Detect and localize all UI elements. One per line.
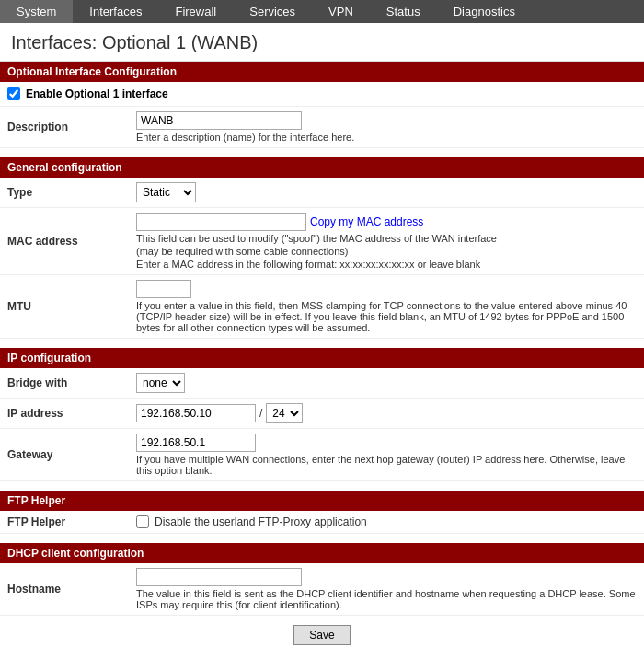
- type-label: Type: [0, 178, 129, 208]
- type-row: Type Static DHCP PPPoE: [0, 178, 644, 208]
- hostname-help: The value in this field is sent as the D…: [136, 588, 637, 610]
- page-title: Interfaces: Optional 1 (WANB): [0, 23, 644, 62]
- mac-help1: This field can be used to modify ("spoof…: [136, 233, 637, 244]
- ip-address-value-cell: / 24 8 16: [129, 399, 644, 429]
- optional-interface-header: Optional Interface Configuration: [0, 62, 644, 82]
- mac-help2: (may be required with some cable connect…: [136, 246, 637, 257]
- mac-input-row: Copy my MAC address: [136, 213, 637, 231]
- ftp-helper-table: FTP Helper Disable the userland FTP-Prox…: [0, 511, 644, 534]
- ftp-helper-header: FTP Helper: [0, 491, 644, 511]
- general-config-table: Type Static DHCP PPPoE MAC address Copy …: [0, 178, 644, 339]
- ftp-disable-label: Disable the userland FTP-Proxy applicati…: [155, 515, 367, 528]
- type-select[interactable]: Static DHCP PPPoE: [136, 182, 196, 202]
- ip-address-row-inner: / 24 8 16: [136, 403, 637, 423]
- mac-label: MAC address: [0, 208, 129, 275]
- hostname-row: Hostname The value in this field is sent…: [0, 563, 644, 616]
- ftp-helper-label: FTP Helper: [0, 511, 129, 534]
- hostname-input[interactable]: [136, 568, 302, 586]
- description-row: Description Enter a description (name) f…: [0, 107, 644, 148]
- main-content: Optional Interface Configuration Enable …: [0, 62, 644, 648]
- dhcp-client-header: DHCP client configuration: [0, 543, 644, 563]
- nav-item-diagnostics[interactable]: Diagnostics: [437, 0, 532, 23]
- mtu-input[interactable]: [136, 280, 191, 298]
- bridge-row: Bridge with none: [0, 368, 644, 399]
- copy-mac-link[interactable]: Copy my MAC address: [310, 215, 423, 228]
- nav-bar: (function(){ const data = JSON.parse(doc…: [0, 0, 644, 23]
- mac-input[interactable]: [136, 213, 306, 231]
- ip-config-table: Bridge with none IP address / 24 8 16: [0, 368, 644, 481]
- enable-row: Enable Optional 1 interface: [0, 82, 644, 107]
- nav-item-firewall[interactable]: Firewall: [158, 0, 233, 23]
- description-value-cell: Enter a description (name) for the inter…: [129, 107, 644, 148]
- mtu-value-cell: If you enter a value in this field, then…: [129, 275, 644, 339]
- gateway-input[interactable]: [136, 434, 256, 452]
- ftp-row-inner: Disable the userland FTP-Proxy applicati…: [136, 515, 637, 528]
- ftp-helper-value-cell: Disable the userland FTP-Proxy applicati…: [129, 511, 644, 534]
- bridge-value-cell: none: [129, 368, 644, 399]
- ip-slash: /: [259, 407, 262, 420]
- mtu-help: If you enter a value in this field, then…: [136, 300, 637, 333]
- ftp-disable-checkbox[interactable]: [136, 515, 149, 528]
- description-help: Enter a description (name) for the inter…: [136, 132, 637, 143]
- save-button[interactable]: Save: [293, 625, 350, 645]
- ip-address-input[interactable]: [136, 404, 256, 422]
- nav-item-status[interactable]: Status: [370, 0, 437, 23]
- type-value-cell: Static DHCP PPPoE: [129, 178, 644, 208]
- bridge-select[interactable]: none: [136, 373, 185, 393]
- hostname-label: Hostname: [0, 563, 129, 616]
- mac-value-cell: Copy my MAC address This field can be us…: [129, 208, 644, 275]
- dhcp-client-table: Hostname The value in this field is sent…: [0, 563, 644, 616]
- gateway-help: If you have multiple WAN connections, en…: [136, 454, 637, 476]
- gateway-label: Gateway: [0, 429, 129, 481]
- cidr-select[interactable]: 24 8 16: [266, 403, 303, 423]
- enable-optional1-checkbox[interactable]: [7, 87, 20, 100]
- description-input[interactable]: [136, 111, 302, 130]
- hostname-value-cell: The value in this field is sent as the D…: [129, 563, 644, 616]
- description-label: Description: [0, 107, 129, 148]
- ip-address-label: IP address: [0, 399, 129, 429]
- optional-interface-table: Description Enter a description (name) f…: [0, 107, 644, 148]
- mac-row: MAC address Copy my MAC address This fie…: [0, 208, 644, 275]
- gateway-row: Gateway If you have multiple WAN connect…: [0, 429, 644, 481]
- general-config-header: General configuration: [0, 157, 644, 178]
- ip-config-header: IP configuration: [0, 348, 644, 368]
- mtu-row: MTU If you enter a value in this field, …: [0, 275, 644, 339]
- mtu-label: MTU: [0, 275, 129, 339]
- nav-item-system[interactable]: System: [0, 0, 73, 23]
- enable-optional1-label: Enable Optional 1 interface: [26, 87, 168, 100]
- gateway-value-cell: If you have multiple WAN connections, en…: [129, 429, 644, 481]
- mac-help3: Enter a MAC address in the following for…: [136, 259, 637, 270]
- bridge-label: Bridge with: [0, 368, 129, 399]
- ip-address-row: IP address / 24 8 16: [0, 399, 644, 429]
- save-row: Save: [0, 616, 644, 648]
- nav-item-vpn[interactable]: VPN: [312, 0, 370, 23]
- ftp-helper-row: FTP Helper Disable the userland FTP-Prox…: [0, 511, 644, 534]
- nav-item-interfaces[interactable]: Interfaces: [73, 0, 158, 23]
- nav-item-services[interactable]: Services: [233, 0, 312, 23]
